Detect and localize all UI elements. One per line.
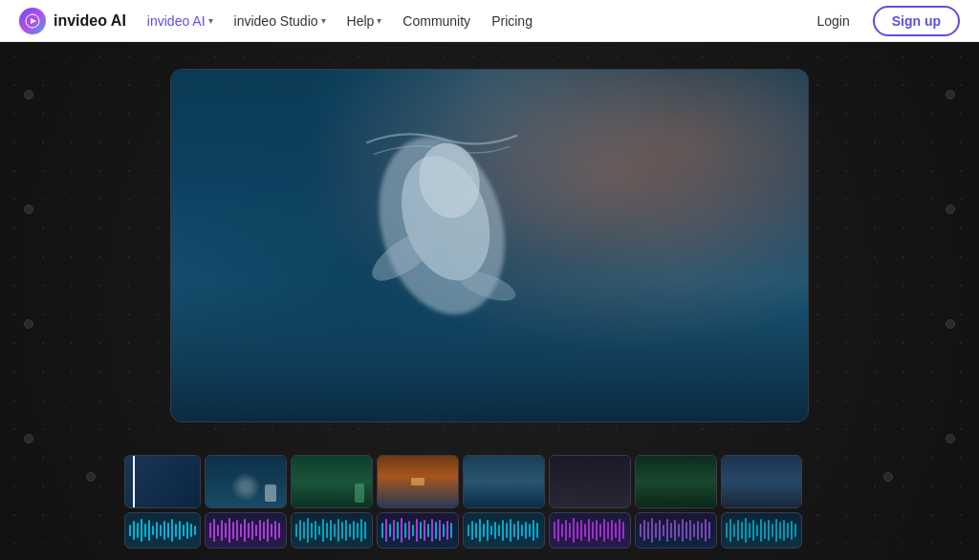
svg-rect-57 [337,519,339,542]
timeline-clip[interactable] [463,455,545,508]
svg-rect-117 [607,522,609,539]
nav-right: Login Sign up [803,6,960,36]
audio-clip[interactable] [721,512,802,549]
audio-clip[interactable] [377,512,459,549]
svg-rect-149 [756,525,758,536]
svg-point-8 [469,174,474,179]
screw-icon [946,319,955,329]
svg-rect-85 [471,521,473,540]
svg-rect-83 [450,523,452,538]
audio-clip[interactable] [205,512,287,549]
svg-rect-45 [278,523,280,538]
timeline-clip[interactable] [721,455,802,508]
svg-rect-25 [190,524,192,537]
svg-rect-71 [404,523,406,538]
svg-rect-9 [129,525,131,536]
svg-rect-97 [517,521,519,540]
svg-rect-126 [655,523,657,538]
svg-rect-133 [682,519,684,542]
svg-rect-72 [408,521,410,540]
screw-icon [883,472,893,482]
svg-rect-151 [764,522,766,539]
timeline-clip[interactable] [291,455,373,508]
svg-rect-84 [468,525,469,536]
svg-rect-59 [345,520,347,541]
signup-button[interactable]: Sign up [873,6,960,36]
svg-rect-123 [643,520,645,541]
audio-clip[interactable] [124,512,201,549]
svg-rect-136 [693,524,695,537]
screw-icon [946,90,955,99]
svg-rect-119 [615,523,617,538]
svg-rect-120 [619,519,620,542]
svg-marker-1 [31,18,36,24]
svg-rect-113 [592,522,594,539]
svg-rect-135 [689,520,691,541]
svg-rect-125 [651,518,653,543]
timeline-clip[interactable] [124,455,201,508]
timeline-clip[interactable] [377,455,459,508]
login-button[interactable]: Login [803,8,862,34]
nav-community[interactable]: Community [393,8,480,34]
svg-rect-10 [133,521,135,540]
svg-rect-31 [225,523,227,538]
underwater-scene [171,70,808,421]
timeline-clip[interactable] [635,455,717,508]
nav-help[interactable]: Help ▾ [337,8,392,34]
waveform-svg [380,515,456,546]
nav-invideo-ai[interactable]: invideo AI ▾ [138,8,223,34]
svg-rect-128 [663,525,664,536]
video-preview[interactable] [170,69,809,422]
nav-invideo-studio[interactable]: invideo Studio ▾ [225,8,336,34]
waveform-svg [294,515,370,546]
svg-rect-121 [622,522,624,539]
svg-rect-17 [160,525,162,536]
logo[interactable]: invideo AI [19,8,126,34]
svg-rect-87 [479,519,481,542]
svg-rect-36 [244,519,246,542]
svg-rect-153 [772,524,773,537]
timeline-clip[interactable] [205,455,287,508]
svg-rect-93 [502,520,504,541]
svg-rect-109 [577,522,578,539]
svg-rect-62 [357,523,359,538]
svg-rect-106 [565,520,567,541]
svg-rect-142 [729,519,731,542]
svg-rect-11 [137,523,139,538]
svg-rect-102 [536,523,538,538]
audio-clip[interactable] [291,512,373,549]
svg-rect-34 [236,520,238,541]
svg-rect-52 [318,526,320,535]
waveform-svg [207,515,284,546]
svg-rect-70 [401,518,402,543]
svg-rect-105 [561,524,563,537]
svg-rect-130 [670,523,672,538]
audio-clip[interactable] [549,512,631,549]
screw-icon [24,319,33,329]
svg-rect-40 [259,520,261,541]
svg-rect-69 [397,522,399,539]
svg-rect-98 [521,525,523,536]
screw-icon [24,90,33,99]
audio-clip[interactable] [463,512,545,549]
svg-rect-92 [498,525,500,536]
svg-rect-60 [349,524,351,537]
svg-rect-22 [179,521,181,540]
svg-rect-159 [794,524,796,537]
svg-rect-114 [596,520,598,541]
timeline-clip[interactable] [549,455,631,508]
nav-pricing[interactable]: Pricing [482,8,542,34]
svg-rect-55 [330,520,332,541]
svg-rect-14 [148,520,150,541]
waveform-svg [552,515,628,546]
svg-rect-129 [666,519,668,542]
svg-rect-82 [446,521,448,540]
audio-clip[interactable] [635,512,717,549]
svg-rect-89 [487,520,489,541]
svg-rect-41 [263,522,265,539]
svg-rect-91 [494,522,496,539]
svg-rect-26 [194,526,196,535]
svg-rect-99 [525,522,527,539]
svg-rect-144 [737,520,739,541]
svg-rect-58 [341,522,343,539]
